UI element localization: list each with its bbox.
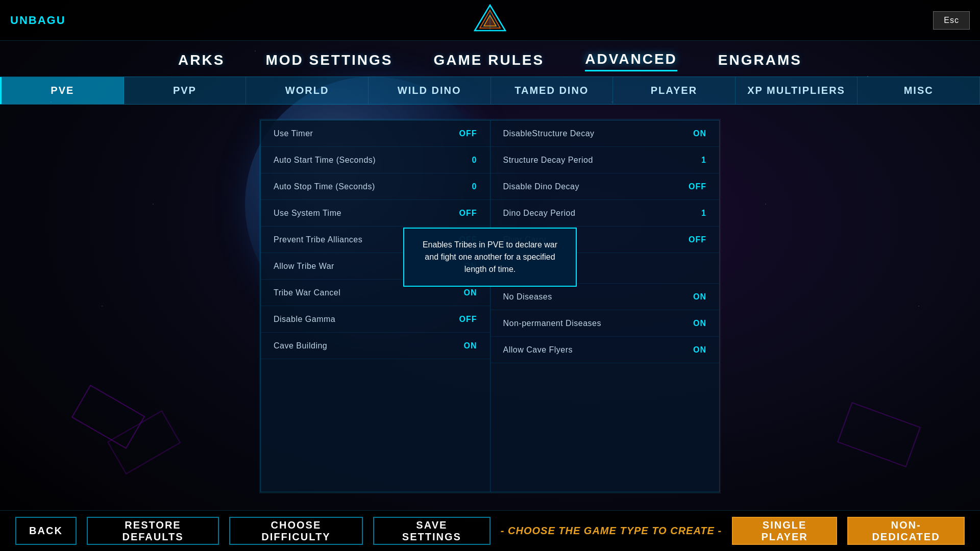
settings-value-tribe-war-cancel: ON [457,288,477,297]
settings-row-allow-cave-flyers[interactable]: Allow Cave FlyersON [491,337,720,363]
settings-row-structure-decay-period[interactable]: Structure Decay Period1 [491,147,720,173]
settings-label-auto-stop-time: Auto Stop Time (Seconds) [274,182,375,191]
main-nav-item-advanced[interactable]: ADVANCED [585,51,677,71]
settings-label-allow-tribe-war: Allow Tribe War [274,262,334,271]
settings-label-structure-decay-period: Structure Decay Period [503,156,593,165]
settings-value-use-timer: OFF [457,129,477,138]
settings-row-auto-start-time[interactable]: Auto Start Time (Seconds)0 [261,147,490,173]
settings-value-allow-cave-flyers: ON [686,345,706,355]
settings-value-flyer-carry: OFF [686,235,706,244]
main-nav-item-game_rules[interactable]: GAME RULES [434,52,545,71]
game-logo [472,3,508,40]
username-label: UNBAGU [10,14,66,27]
single-player-button[interactable]: SINGLE PLAYER [732,517,837,545]
settings-value-disable-structure-decay: ON [686,129,706,138]
settings-value-structure-decay-period: 1 [686,156,706,165]
settings-value-dino-decay-period: 1 [686,209,706,218]
settings-label-no-diseases: No Diseases [503,292,552,302]
settings-label-tribe-war-cancel: Tribe War Cancel [274,288,340,297]
sub-nav-item-misc[interactable]: MISC [857,77,980,104]
settings-label-use-system-time: Use System Time [274,209,341,218]
sub-nav-item-player[interactable]: PLAYER [613,77,736,104]
settings-value-auto-start-time: 0 [457,156,477,165]
back-button[interactable]: BACK [15,517,77,545]
settings-value-auto-stop-time: 0 [457,182,477,191]
settings-row-disable-gamma[interactable]: Disable GammaOFF [261,306,490,333]
game-type-label: - CHOOSE THE GAME TYPE TO CREATE - [501,525,722,537]
settings-label-allow-cave-flyers: Allow Cave Flyers [503,345,573,355]
settings-column-left: Use TimerOFFAuto Start Time (Seconds)0Au… [261,120,490,492]
restore-defaults-button[interactable]: RESTORE DEFAULTS [87,517,219,545]
settings-value-no-diseases: ON [686,292,706,302]
settings-row-non-permanent-diseases[interactable]: Non-permanent DiseasesON [491,310,720,337]
logo-area: UNBAGU [10,14,66,27]
settings-value-non-permanent-diseases: ON [686,319,706,328]
settings-row-cave-building[interactable]: Cave BuildingON [261,333,490,359]
settings-value-disable-gamma: OFF [457,315,477,324]
settings-label-prevent-tribe-alliances: Prevent Tribe Alliances [274,235,362,244]
sub-nav-item-xp_multipliers[interactable]: XP MULTIPLIERS [736,77,858,104]
settings-label-disable-dino-decay: Disable Dino Decay [503,182,580,191]
main-nav: ARKSMOD SETTINGSGAME RULESADVANCEDENGRAM… [0,41,980,77]
tooltip-popup: Enables Tribes in PVE to declare war and… [403,228,577,287]
settings-label-cave-building: Cave Building [274,341,327,350]
settings-row-disable-dino-decay[interactable]: Disable Dino DecayOFF [491,173,720,200]
settings-row-dino-decay-period[interactable]: Dino Decay Period1 [491,200,720,227]
esc-button[interactable]: Esc [933,11,970,30]
settings-row-disable-structure-decay[interactable]: DisableStructure DecayON [491,120,720,147]
settings-row-no-diseases[interactable]: No DiseasesON [491,284,720,310]
settings-label-auto-start-time: Auto Start Time (Seconds) [274,156,376,165]
settings-label-use-timer: Use Timer [274,129,313,138]
top-bar: UNBAGU Esc [0,0,980,41]
settings-value-use-system-time: OFF [457,209,477,218]
settings-label-non-permanent-diseases: Non-permanent Diseases [503,319,601,328]
content-area: Use TimerOFFAuto Start Time (Seconds)0Au… [0,105,980,508]
settings-value-disable-dino-decay: OFF [686,182,706,191]
settings-label-dino-decay-period: Dino Decay Period [503,209,576,218]
sub-nav-item-pve[interactable]: PVE [0,77,124,104]
save-settings-button[interactable]: SAVE SETTINGS [373,517,491,545]
settings-row-use-system-time[interactable]: Use System TimeOFF [261,200,490,227]
main-nav-item-engrams[interactable]: ENGRAMS [718,52,802,71]
bottom-bar: BACK RESTORE DEFAULTS CHOOSE DIFFICULTY … [0,510,980,551]
settings-column-right: DisableStructure DecayONStructure Decay … [491,120,720,492]
sub-nav-item-world[interactable]: WORLD [246,77,369,104]
settings-label-disable-structure-decay: DisableStructure Decay [503,129,595,138]
choose-difficulty-button[interactable]: CHOOSE DIFFICULTY [229,517,363,545]
settings-value-cave-building: ON [457,341,477,350]
main-nav-item-arks[interactable]: ARKS [178,52,225,71]
non-dedicated-button[interactable]: NON-DEDICATED [847,517,965,545]
sub-nav-item-tamed_dino[interactable]: TAMED DINO [491,77,614,104]
settings-row-auto-stop-time[interactable]: Auto Stop Time (Seconds)0 [261,173,490,200]
tooltip-text: Enables Tribes in PVE to declare war and… [423,240,557,273]
settings-label-disable-gamma: Disable Gamma [274,315,335,324]
settings-panel: Use TimerOFFAuto Start Time (Seconds)0Au… [260,120,720,492]
sub-nav-item-pvp[interactable]: PVP [124,77,247,104]
settings-row-use-timer[interactable]: Use TimerOFF [261,120,490,147]
sub-nav-item-wild_dino[interactable]: WILD DINO [369,77,491,104]
sub-nav: PVEPVPWORLDWILD DINOTAMED DINOPLAYERXP M… [0,77,980,105]
main-nav-item-mod_settings[interactable]: MOD SETTINGS [265,52,393,71]
